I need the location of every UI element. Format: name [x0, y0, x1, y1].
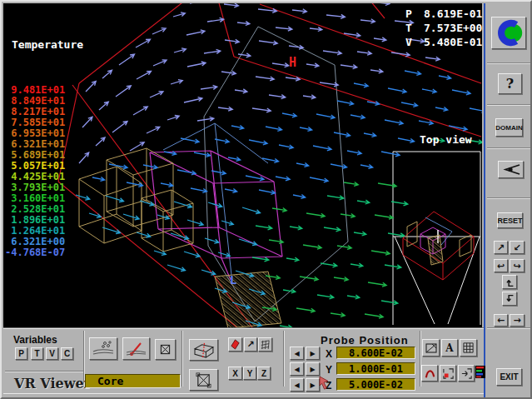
- fit-view-button[interactable]: [189, 369, 218, 391]
- move-left-button[interactable]: ←: [494, 314, 508, 327]
- streamlines-button[interactable]: [89, 337, 117, 360]
- streamlines-icon: [92, 340, 115, 357]
- exit-button[interactable]: EXIT: [496, 368, 522, 386]
- help-button[interactable]: ?: [498, 73, 522, 94]
- legend-colors-icon[interactable]: [475, 366, 485, 378]
- readout-value: 5.480E-01: [424, 36, 482, 48]
- probe-tool-button[interactable]: [122, 337, 150, 360]
- arrow-ne-icon: ↗: [246, 339, 254, 350]
- mesh-toggle-button[interactable]: [258, 337, 272, 352]
- ribbon-plot-button[interactable]: [421, 365, 438, 382]
- variables-title: Variables: [13, 334, 57, 346]
- topview-label: Top view: [420, 133, 472, 146]
- probe-y-increase-button[interactable]: ▶: [306, 362, 320, 376]
- axis-y-button[interactable]: Y: [243, 367, 256, 380]
- probe-thermometer-icon: [125, 340, 147, 357]
- move-up-button[interactable]: [502, 275, 517, 289]
- logo-button[interactable]: [491, 17, 526, 49]
- sidebar-divider: [487, 147, 530, 149]
- fit-window-button[interactable]: [458, 365, 475, 382]
- axis-x-button[interactable]: X: [228, 367, 242, 380]
- probe-y-field[interactable]: 1.000E-01: [336, 362, 415, 375]
- red-slice-icon: [230, 339, 241, 350]
- vector-direction-button[interactable]: ↗: [244, 337, 257, 352]
- velocity-vectors: [76, 3, 482, 328]
- move-down-button[interactable]: [502, 292, 517, 306]
- sidebar-divider: [487, 62, 530, 64]
- turn-right-button[interactable]: ↪: [510, 259, 525, 272]
- legend-title: Temperature: [5, 38, 83, 51]
- elbow-down-arrow-icon: [504, 293, 515, 305]
- slice-box-button[interactable]: [189, 339, 218, 361]
- panel-separator: [181, 331, 183, 387]
- probe-z-increase-button[interactable]: ▶: [306, 378, 320, 392]
- ribbon-icon: [424, 367, 436, 380]
- grid-icon: [462, 342, 475, 354]
- variable-t-button[interactable]: T: [31, 347, 43, 360]
- move-right-button[interactable]: →: [510, 314, 525, 327]
- app-title: VR Viewer: [14, 376, 91, 392]
- sidebar-divider: [487, 327, 530, 329]
- probe-readout: P8.619E-01T7.573E+00V5.480E-01: [405, 7, 482, 49]
- arrow-left-icon: ←: [497, 315, 505, 326]
- cabinets-tan: [79, 148, 193, 252]
- probe-z-decrease-button[interactable]: ◀: [290, 378, 304, 392]
- domain-button[interactable]: DOMAIN: [495, 118, 523, 137]
- grid-toggle-button[interactable]: [460, 339, 477, 357]
- zoom-region-icon: [442, 367, 455, 380]
- temperature-legend: Temperature 9.481E+01 8.849E+01 8.217E+0…: [5, 7, 83, 290]
- mesh-icon: [260, 339, 271, 350]
- letter-a-icon: A: [445, 342, 453, 354]
- probe-x-increase-button[interactable]: ▶: [306, 347, 320, 360]
- readout-label: T: [405, 21, 424, 35]
- cham-logo-icon: [494, 19, 524, 47]
- turn-left-button[interactable]: ↩: [494, 259, 508, 272]
- arrow-right-icon: →: [513, 315, 520, 326]
- readout-value: 8.619E-01: [424, 7, 482, 20]
- unzoom-button[interactable]: [155, 339, 176, 360]
- readout-row: T7.573E+00: [405, 21, 482, 35]
- arrow-undo-icon: ↩: [497, 261, 505, 272]
- variable-p-button[interactable]: P: [15, 347, 27, 360]
- eye-icon: [501, 163, 521, 176]
- readout-value: 7.573E+00: [424, 22, 482, 34]
- wireframe-icon: [425, 342, 438, 355]
- readout-row: P8.619E-01: [405, 7, 482, 21]
- mouse-cursor: [319, 377, 331, 391]
- sidebar-divider: [487, 104, 530, 106]
- slice-plane-button[interactable]: [228, 337, 242, 352]
- probe-y-decrease-button[interactable]: ◀: [290, 362, 304, 376]
- box-x-corners-icon: [191, 372, 216, 389]
- window-bottom-strip: [3, 393, 484, 397]
- readout-label: P: [405, 7, 424, 21]
- hatched-block: [215, 272, 281, 328]
- viewpoint-button[interactable]: [498, 161, 524, 178]
- wireframe-toggle-button[interactable]: [422, 339, 440, 357]
- rotate-up-button[interactable]: ↗: [494, 241, 508, 254]
- groove: [5, 371, 83, 372]
- rotate-down-button[interactable]: ↙: [510, 241, 525, 254]
- viewport-3d[interactable]: HLTop view Temperature 9.481E+01 8.849E+…: [3, 3, 482, 328]
- high-marker: H: [289, 55, 296, 70]
- elbow-up-arrow-icon: [504, 277, 515, 288]
- reset-button[interactable]: RESET: [497, 212, 523, 228]
- fit-arrow-icon: [460, 367, 473, 380]
- probe-y-label: Y: [326, 364, 332, 376]
- arrow-ne-icon: ↗: [497, 242, 505, 253]
- panel-separator: [283, 331, 285, 387]
- zoom-region-button[interactable]: [440, 365, 456, 382]
- axis-z-button[interactable]: Z: [257, 367, 271, 380]
- sidebar: ? DOMAIN RESET ↗ ↙ ↩ ↪ ← → EXIT: [484, 3, 530, 397]
- probe-position-title: Probe Position: [321, 334, 409, 347]
- object-select[interactable]: Core: [85, 374, 181, 388]
- legend-list: 9.481E+01 8.849E+01 8.217E+01 7.585E+01 …: [5, 85, 83, 258]
- probe-z-field[interactable]: 5.000E-02: [336, 378, 415, 391]
- variable-v-button[interactable]: V: [46, 347, 58, 360]
- probe-x-decrease-button[interactable]: ◀: [290, 347, 304, 360]
- annotation-button[interactable]: A: [441, 339, 458, 357]
- probe-x-field[interactable]: 8.600E-02: [336, 347, 415, 359]
- readout-label: V: [405, 35, 424, 49]
- toolbar: Variables P T V C VR Viewer: [3, 328, 484, 393]
- probe-x-label: X: [326, 348, 332, 360]
- variable-c-button[interactable]: C: [61, 347, 73, 360]
